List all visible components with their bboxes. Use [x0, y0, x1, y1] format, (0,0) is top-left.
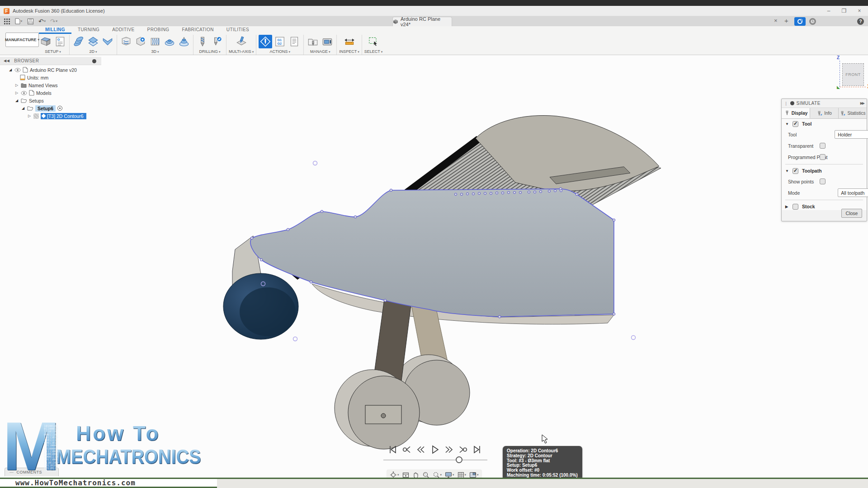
simulate-body: ▼ Tool Tool Holder Transparent Programme…: [782, 119, 867, 210]
browser-row-setup6[interactable]: ◢ Setup6: [21, 104, 62, 112]
collapse-right-icon[interactable]: ▶▶: [860, 101, 864, 105]
svg-text:#: #: [844, 113, 845, 116]
tab-info[interactable]: # Info: [810, 108, 839, 118]
simulation-timeline-track[interactable]: [383, 460, 487, 460]
units-doc-icon: [20, 75, 25, 80]
row-label: Named Views: [28, 83, 58, 88]
viewports-icon[interactable]: ▾: [469, 472, 479, 478]
tool-tab-icon: #: [816, 110, 823, 117]
browser-options-icon[interactable]: [92, 59, 96, 63]
operation-tooltip: Operation: 2D Contour6 Strategy: 2D Cont…: [503, 446, 582, 481]
component-icon: [23, 67, 28, 73]
section-caret-icon[interactable]: ▶: [785, 205, 789, 209]
tool-select[interactable]: Holder: [835, 130, 868, 139]
x-axis-line: [840, 87, 866, 87]
expand-icon[interactable]: ◢: [14, 99, 19, 103]
watermark-how-to: How To: [76, 421, 160, 446]
watermark-mechatronics: MECHATRONICS: [56, 446, 201, 468]
next-operation-button[interactable]: [458, 445, 468, 455]
section-caret-icon[interactable]: ▼: [785, 122, 789, 126]
svg-text:-: -: [425, 474, 425, 477]
skip-to-start-button[interactable]: [388, 445, 398, 455]
step-back-button[interactable]: [416, 445, 426, 455]
row-label: Models: [36, 90, 52, 96]
z-axis-label: Z: [837, 55, 840, 60]
browser-row-root[interactable]: ◢ Arduino RC Plane v20: [8, 66, 77, 74]
svg-text:#: #: [821, 113, 822, 116]
browser-row-models[interactable]: ▷ Models: [14, 89, 52, 97]
folder-open-icon: [21, 98, 27, 103]
browser-row-units[interactable]: Units: mm: [20, 74, 48, 81]
tool-section-checkbox[interactable]: [793, 121, 798, 127]
simulate-dialog: ❘ SIMULATE ▶▶ Display # Info # Statistic…: [781, 99, 867, 221]
tooltip-strategy: Strategy: 2D Contour: [507, 454, 578, 459]
browser-row-2d-contour6[interactable]: ▷ [T3] 2D Contour6: [27, 112, 86, 120]
show-points-checkbox[interactable]: [820, 178, 826, 184]
browser-row-named-views[interactable]: ▷ Named Views: [14, 81, 58, 89]
tool-field-row: Tool Holder: [782, 129, 867, 140]
stock-section-checkbox[interactable]: [793, 204, 798, 210]
mode-field-row: Mode All toolpath: [782, 187, 867, 198]
browser-panel-header[interactable]: ◀◀ BROWSER: [0, 57, 101, 65]
tool-section-header[interactable]: ▼ Tool: [782, 119, 867, 129]
panel-grip-icon: ❘: [784, 101, 788, 106]
collapse-panel-icon[interactable]: ◀◀: [4, 59, 9, 63]
programmed-point-field-row: Programmed Point: [782, 151, 867, 163]
operation-diamond-icon: [42, 114, 46, 118]
row-label: Setups: [29, 98, 44, 103]
fuselage-face-selected[interactable]: [250, 189, 614, 317]
play-button[interactable]: [430, 445, 440, 455]
expand-icon[interactable]: ◢: [8, 68, 13, 72]
simulate-tabs: Display # Info # Statistics: [782, 108, 867, 119]
viewcube-front-face[interactable]: FRONT: [842, 63, 864, 86]
row-label: [T3] 2D Contour6: [47, 113, 84, 119]
simulate-header[interactable]: ❘ SIMULATE ▶▶: [782, 99, 867, 108]
tool-tab-icon: #: [840, 110, 846, 117]
browser-title: BROWSER: [14, 58, 39, 63]
browser-row-setups[interactable]: ◢ Setups: [14, 97, 44, 104]
mode-select[interactable]: All toolpath: [838, 188, 868, 197]
row-label: Units: mm: [27, 75, 48, 80]
simulate-close-button[interactable]: Close: [841, 209, 862, 218]
axle-hole: [381, 413, 386, 418]
display-settings-icon[interactable]: ▾: [445, 472, 454, 478]
component-icon: [29, 90, 34, 96]
z-axis-line: [840, 61, 840, 87]
simulation-playback-controls: [388, 445, 482, 455]
expand-icon[interactable]: ▷: [14, 83, 19, 87]
skip-to-end-button[interactable]: [472, 445, 482, 455]
expand-icon[interactable]: ◢: [21, 106, 25, 110]
watermark-binary-pattern: 10100101 01100010 11101101 00011101 1011…: [44, 425, 60, 472]
mouse-cursor: [542, 435, 549, 445]
suppressed-icon[interactable]: [33, 113, 39, 119]
folder-open-icon: [27, 106, 33, 111]
transparent-field-row: Transparent: [782, 140, 867, 151]
simulate-title: SIMULATE: [797, 101, 858, 106]
previous-operation-button[interactable]: [402, 445, 412, 455]
tab-display[interactable]: Display: [782, 108, 810, 118]
expand-icon[interactable]: ▷: [14, 91, 19, 95]
expand-icon[interactable]: ▷: [27, 114, 32, 118]
programmed-point-checkbox[interactable]: [820, 154, 826, 160]
y-axis-arrow: ◣: [837, 85, 840, 89]
simulate-dot-icon: [790, 101, 794, 105]
toolpath-section-checkbox[interactable]: [793, 168, 798, 174]
show-points-field-row: Show points: [782, 176, 867, 187]
active-setup-radio[interactable]: [57, 106, 62, 111]
tab-statistics[interactable]: # Statistics: [839, 108, 867, 118]
transparent-checkbox[interactable]: [820, 143, 826, 149]
selected-operation[interactable]: [T3] 2D Contour6: [41, 113, 86, 119]
viewcube[interactable]: FRONT Z X ◣: [833, 56, 868, 94]
simulation-timeline-handle[interactable]: [456, 456, 462, 463]
model-viewport[interactable]: [0, 0, 868, 488]
toolpath-section-header[interactable]: ▼ Toolpath: [782, 166, 867, 176]
row-label: Arduino RC Plane v20: [30, 67, 77, 73]
tool-tab-icon: [784, 110, 790, 116]
row-label-setup6: Setup6: [35, 105, 56, 112]
eye-icon[interactable]: [21, 91, 27, 95]
folder-icon: [21, 83, 27, 88]
eye-icon[interactable]: [14, 68, 21, 72]
section-caret-icon[interactable]: ▼: [785, 169, 789, 173]
step-forward-button[interactable]: [444, 445, 454, 455]
